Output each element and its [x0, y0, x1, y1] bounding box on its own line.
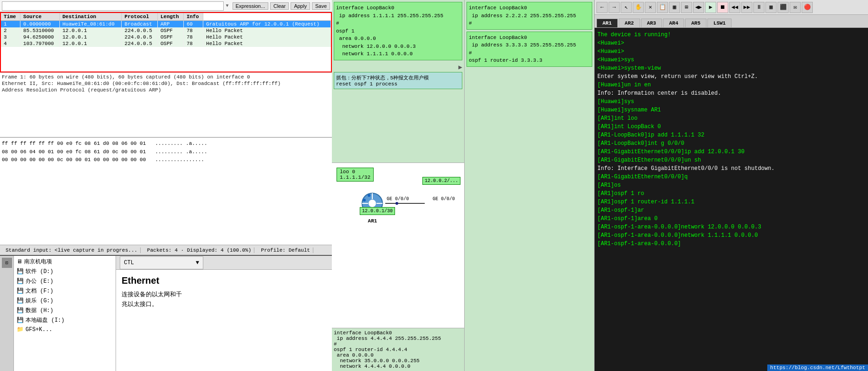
hex-offset-1: ff ff ff ff ff ff 00 e0 fc 08 61 d0 08 0…	[2, 140, 146, 148]
config-block-1: interface LoopBack0 ip address 1.1.1.1 2…	[334, 2, 462, 60]
terminal-line: [AR1-ospf-1-area-0.0.0.0]	[597, 240, 865, 248]
explorer-list: 💾软件 (D:)💾办公 (E:)💾文档 (F:)💾娱乐 (G:)💾数据 (H:)…	[15, 267, 115, 325]
explorer-item[interactable]: 💾本地磁盘 (I:)	[15, 315, 115, 325]
diagram-area: loo 01.1.1.1/32 12.0.0.2/... AR1 GE 0/0/…	[332, 163, 464, 371]
interface-ge-label: GE 0/0/0	[387, 196, 409, 202]
config-area: interface LoopBack0 ip address 1.1.1.1 2…	[332, 0, 464, 163]
folder-icon: 📁	[17, 326, 24, 333]
ar-tabs: AR1 AR2 AR3 AR4 AR5 LSW1	[595, 15, 868, 28]
toolbar-ffwd[interactable]: ▶▶	[741, 2, 752, 13]
network-label-12: 12.0.0.1/30	[360, 207, 395, 215]
right-config-2: interface LoopBack0 ip address 3.3.3.3 2…	[466, 32, 592, 67]
detail-item-2: Ethernet II, Src: HuaweiTe_08:61:d0 (00:…	[1, 80, 331, 87]
terminal-line: [AR1-GigabitEthernet0/0/0]un sh	[597, 156, 865, 164]
terminal-line: [AR1]int loo	[597, 114, 865, 123]
ethernet-info: Ethernet 连接设备的以太网和千兆以太接口。	[116, 270, 332, 315]
detail-item-3: Address Resolution Protocol (request/gra…	[1, 87, 331, 93]
terminal-line: [Huawei]un in en	[597, 81, 865, 89]
ar-toolbar: ← → ↖ ✋ ✕ 📋 ▦ ⊞ ◀▶ ▶ ⏹ ◀◀ ▶▶ ⏸ ▦ ⬛ ✉ 🔴	[595, 0, 868, 15]
toolbar-rewind[interactable]: ◀◀	[729, 2, 740, 13]
toolbar-grid2[interactable]: ▦	[765, 2, 777, 13]
explorer-item[interactable]: 💾办公 (E:)	[15, 276, 115, 286]
interface-ge-label2: GE 0/0/0	[433, 196, 455, 202]
filter-dropdown: ▼	[226, 3, 228, 8]
sidebar-icons: ⊡	[0, 256, 14, 371]
ar-terminal: ← → ↖ ✋ ✕ 📋 ▦ ⊞ ◀▶ ▶ ⏹ ◀◀ ▶▶ ⏸ ▦ ⬛ ✉ 🔴 A…	[594, 0, 868, 371]
explorer-item[interactable]: 💾软件 (D:)	[15, 267, 115, 276]
toolbar-close[interactable]: ✕	[645, 2, 656, 13]
tab-ar5[interactable]: AR5	[685, 19, 706, 27]
drive-icon: 💾	[17, 287, 24, 294]
toolbar-red[interactable]: 🔴	[802, 2, 813, 13]
table-row[interactable]: 10.0000000HuaweiTe_08:61:d0BroadcastARP6…	[1, 21, 331, 28]
drive-icon: 💾	[17, 268, 24, 275]
terminal-line: [AR1]os	[597, 181, 865, 189]
status-packets: Packets: 4 · Displayed: 4 (100.0%)	[144, 247, 254, 253]
file-explorer: 🖥 南京机电项 💾软件 (D:)💾办公 (E:)💾文档 (F:)💾娱乐 (G:)…	[14, 256, 116, 371]
toolbar-black[interactable]: ⬛	[777, 2, 789, 13]
col-time: Time	[1, 13, 20, 21]
terminal-line: [AR1-ospf-1]area 0	[597, 215, 865, 223]
terminal-line: [Huawei]sysname AR1	[597, 106, 865, 114]
terminal-line: Info: Interface GigabitEthernet0/0/0 is …	[597, 164, 865, 173]
table-row[interactable]: 394.625000012.0.0.1224.0.0.5OSPF78Hello …	[1, 34, 331, 40]
hex-offset-2: 08 00 06 04 00 01 00 e0 fc 08 61 d0 0c 0…	[2, 148, 146, 156]
tab-ar4[interactable]: AR4	[663, 19, 684, 27]
toolbar-msg[interactable]: ✉	[790, 2, 801, 13]
terminal-line: Info: Information center is disabled.	[597, 89, 865, 98]
filter-bar: ▼ Expression... Clear Apply Save	[0, 0, 332, 12]
hex-dump: ff ff ff ff ff ff 00 e0 fc 08 61 d0 08 0…	[0, 137, 332, 245]
apply-btn[interactable]: Apply	[291, 2, 310, 10]
right-config-panel: interface LoopBack0 ip address 2.2.2.2 2…	[464, 0, 594, 371]
explorer-item[interactable]: 💾娱乐 (G:)	[15, 296, 115, 306]
toolbar-back[interactable]: ←	[596, 2, 608, 13]
terminal-line: The device is running!	[597, 31, 865, 39]
right-config-1: interface LoopBack0 ip address 2.2.2.2 2…	[466, 2, 592, 30]
tab-ar2[interactable]: AR2	[619, 19, 640, 27]
filter-input[interactable]	[2, 1, 224, 11]
packet-tbody: 10.0000000HuaweiTe_08:61:d0BroadcastARP6…	[1, 21, 331, 47]
expression-btn[interactable]: Expression...	[233, 2, 269, 10]
terminal-line: [AR1-GigabitEthernet0/0/0]q	[597, 173, 865, 181]
ctl-panel: CTL ▼ Ethernet 连接设备的以太网和千兆以太接口。	[116, 256, 332, 371]
terminal-line: <Huawei>	[597, 39, 865, 47]
terminal-line: [Huawei]sys	[597, 98, 865, 106]
terminal-line: [AR1-ospf-1]ar	[597, 206, 865, 215]
drive-icon: 💾	[17, 278, 24, 285]
save-btn[interactable]: Save	[312, 2, 330, 10]
toolbar-home[interactable]: ↖	[621, 2, 632, 13]
toolbar-pause[interactable]: ⏸	[753, 2, 764, 13]
toolbar-grid[interactable]: ▦	[669, 2, 680, 13]
toolbar-forward[interactable]: →	[609, 2, 620, 13]
drive-icon: 💾	[17, 307, 24, 314]
toolbar-play[interactable]: ▶	[705, 2, 716, 13]
terminal-line: <Huawei>sys	[597, 56, 865, 64]
terminal-content[interactable]: The device is running!<Huawei><Huawei><H…	[595, 28, 868, 371]
toolbar-nav[interactable]: ◀▶	[693, 2, 704, 13]
terminal-line: [AR1]ospf 1 ro	[597, 189, 865, 198]
svg-point-9	[395, 202, 398, 205]
toolbar-copy[interactable]: 📋	[657, 2, 668, 13]
terminal-line: [AR1]int LoopBack 0	[597, 123, 865, 131]
explorer-item[interactable]: 💾数据 (H:)	[15, 306, 115, 315]
packet-table: Time Source Destination Protocol Length …	[1, 13, 331, 47]
scroll-arrow[interactable]: ▶	[334, 62, 462, 72]
tab-ar1[interactable]: AR1	[596, 19, 618, 27]
explorer-item[interactable]: 💾文档 (F:)	[15, 286, 115, 296]
wireshark-panel: ▼ Expression... Clear Apply Save Time So…	[0, 0, 332, 371]
tab-lsw1[interactable]: LSW1	[707, 19, 732, 27]
packet-detail: Frame 1: 60 bytes on wire (480 bits), 60…	[0, 72, 332, 137]
table-row[interactable]: 285.531000012.0.0.1224.0.0.5OSPF78Hello …	[1, 27, 331, 34]
clear-btn[interactable]: Clear	[270, 2, 289, 10]
ctl-dropdown[interactable]: CTL ▼	[120, 256, 203, 269]
toolbar-hand[interactable]: ✋	[633, 2, 644, 13]
col-destination: Destination	[59, 13, 122, 21]
hex-ascii-3: ................	[155, 156, 204, 164]
sidebar-icon-1[interactable]: ⊡	[2, 258, 12, 268]
tab-ar3[interactable]: AR3	[641, 19, 662, 27]
toolbar-stop[interactable]: ⏹	[717, 2, 728, 13]
gfs-item[interactable]: 📁 GFS+K...	[15, 325, 115, 334]
toolbar-window[interactable]: ⊞	[681, 2, 692, 13]
table-row[interactable]: 4103.79700012.0.0.1224.0.0.5OSPF78Hello …	[1, 40, 331, 47]
broadcast-text: 抓包：分析下7种状态，5种报文在用户模 reset ospf 1 process	[334, 72, 462, 89]
